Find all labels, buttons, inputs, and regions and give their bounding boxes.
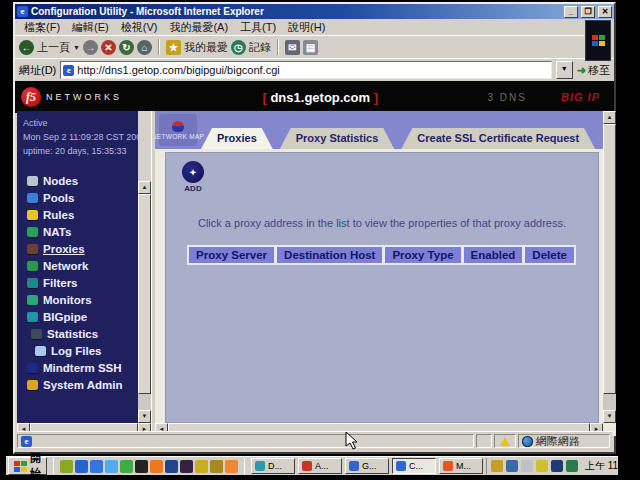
address-input[interactable]: e http://dns1.getop.com/bigipgui/bigconf…: [60, 61, 552, 79]
sidebar-item-nodes[interactable]: Nodes: [17, 172, 138, 189]
forward-button[interactable]: →: [83, 40, 98, 55]
quick-launch: [60, 460, 238, 473]
refresh-button[interactable]: ↻: [119, 40, 134, 55]
quicklaunch-icon[interactable]: [135, 460, 148, 473]
quicklaunch-icon[interactable]: [210, 460, 223, 473]
tray-icon[interactable]: [521, 460, 533, 472]
sidebar-item-proxies[interactable]: Proxies: [17, 240, 138, 257]
sidebar-item-label: Statistics: [47, 328, 98, 340]
quicklaunch-icon[interactable]: [60, 460, 73, 473]
back-button[interactable]: ← 上一頁 ▼: [19, 40, 80, 55]
scroll-up-icon[interactable]: ▲: [138, 181, 151, 194]
back-dropdown-icon[interactable]: ▼: [73, 44, 80, 51]
quicklaunch-icon[interactable]: [105, 460, 118, 473]
quicklaunch-icon[interactable]: [75, 460, 88, 473]
frames-area: Active Mon Sep 2 11:09:28 CST 2002 uptim…: [17, 111, 612, 436]
add-proxy-button[interactable]: ✦ ADD: [180, 161, 206, 193]
menu-help[interactable]: 說明(H): [282, 20, 331, 35]
scroll-up-icon[interactable]: ▲: [603, 111, 616, 124]
close-button[interactable]: ✕: [598, 6, 612, 18]
back-icon: ←: [19, 40, 34, 55]
menu-view[interactable]: 檢視(V): [115, 20, 164, 35]
scrollbar-thumb[interactable]: [138, 194, 151, 394]
home-button[interactable]: ⌂: [137, 40, 152, 55]
stop-button[interactable]: ✕: [101, 40, 116, 55]
sidebar-item-mindterm-ssh[interactable]: Mindterm SSH: [17, 359, 138, 376]
taskbar: 開始 D... A... G... C... M... 上午 11:00: [6, 456, 618, 475]
maximize-button[interactable]: ❐: [581, 6, 595, 18]
status-zone-pane: 網際網路: [518, 434, 610, 448]
quicklaunch-icon[interactable]: [180, 460, 193, 473]
tray-icon[interactable]: [536, 460, 548, 472]
sidebar-item-filters[interactable]: Filters: [17, 274, 138, 291]
menu-favorites[interactable]: 我的最愛(A): [163, 20, 234, 35]
task-button[interactable]: D...: [251, 458, 295, 474]
tray-icon[interactable]: [506, 460, 518, 472]
quicklaunch-icon[interactable]: [90, 460, 103, 473]
f5-banner: f5 NETWORKS [ dns1.getop.com ] 3 DNS BIG…: [15, 81, 614, 113]
column-header-proxy-type: Proxy Type: [383, 245, 462, 265]
task-button-active[interactable]: C...: [392, 458, 436, 474]
column-header-enabled: Enabled: [462, 245, 525, 265]
monitors-icon: [27, 295, 38, 305]
favorites-icon: ★: [166, 40, 181, 55]
scroll-down-icon[interactable]: ▼: [603, 410, 616, 423]
minimize-button[interactable]: _: [564, 6, 578, 18]
tab-proxy-statistics[interactable]: Proxy Statistics: [280, 128, 395, 149]
menu-file[interactable]: 檔案(F): [18, 20, 66, 35]
quicklaunch-icon[interactable]: [120, 460, 133, 473]
tray-icon[interactable]: [566, 460, 578, 472]
menu-edit[interactable]: 編輯(E): [66, 20, 115, 35]
task-button[interactable]: A...: [298, 458, 342, 474]
sidebar-item-pools[interactable]: Pools: [17, 189, 138, 206]
main-vertical-scrollbar[interactable]: ▲ ▼: [603, 111, 616, 423]
history-button[interactable]: ◷ 記錄: [231, 40, 271, 55]
sidebar-frame: Active Mon Sep 2 11:09:28 CST 2002 uptim…: [17, 111, 151, 436]
sidebar-item-network[interactable]: Network: [17, 257, 138, 274]
warning-icon: [500, 437, 510, 446]
menu-tools[interactable]: 工具(T): [234, 20, 282, 35]
quicklaunch-icon[interactable]: [195, 460, 208, 473]
tray-icon[interactable]: [551, 460, 563, 472]
internet-zone-icon: [522, 436, 533, 447]
tab-create-ssl-certificate-request[interactable]: Create SSL Certificate Request: [401, 128, 595, 149]
sidebar-item-monitors[interactable]: Monitors: [17, 291, 138, 308]
task-button[interactable]: G...: [345, 458, 389, 474]
network-icon: [27, 261, 38, 271]
address-dropdown-button[interactable]: ▼: [556, 61, 573, 79]
app-icon: [302, 461, 312, 471]
quicklaunch-icon[interactable]: [165, 460, 178, 473]
quicklaunch-icon[interactable]: [150, 460, 163, 473]
tray-icon[interactable]: [491, 460, 503, 472]
start-button[interactable]: 開始: [8, 457, 47, 475]
task-button[interactable]: M...: [439, 458, 483, 474]
sidebar-vertical-scrollbar[interactable]: ▲ ▼: [138, 181, 151, 423]
statistics-icon: [31, 329, 42, 339]
status-warning-pane: [494, 434, 516, 448]
scroll-down-icon[interactable]: ▼: [138, 410, 151, 423]
toolbar-separator: [277, 39, 279, 55]
sidebar-item-log-files[interactable]: Log Files: [17, 342, 138, 359]
product-bigip-link[interactable]: BIG IP: [561, 91, 600, 103]
browser-window: e Configuration Utility - Microsoft Inte…: [13, 2, 616, 454]
sidebar-item-statistics[interactable]: Statistics: [17, 325, 138, 342]
network-map-label: NETWORK MAP: [155, 133, 204, 140]
history-icon: ◷: [231, 40, 246, 55]
app-icon: [443, 461, 453, 471]
network-map-button[interactable]: NETWORK MAP: [159, 114, 197, 146]
go-button[interactable]: ➜ 移至: [577, 63, 610, 78]
tab-proxies[interactable]: Proxies: [201, 128, 273, 149]
sidebar-item-system-admin[interactable]: System Admin: [17, 376, 138, 393]
favorites-button[interactable]: ★ 我的最愛: [166, 40, 228, 55]
print-button[interactable]: ▤: [303, 40, 318, 55]
host-name: dns1.getop.com: [270, 90, 370, 105]
mail-button[interactable]: ✉: [285, 40, 300, 55]
sidebar-item-bigpipe[interactable]: BIGpipe: [17, 308, 138, 325]
quicklaunch-icon[interactable]: [225, 460, 238, 473]
sidebar-item-nats[interactable]: NATs: [17, 223, 138, 240]
sidebar-item-label: Nodes: [43, 175, 78, 187]
ie-page-icon: e: [21, 436, 32, 447]
product-3dns-link[interactable]: 3 DNS: [488, 92, 527, 103]
scrollbar-thumb[interactable]: [603, 124, 616, 394]
sidebar-item-rules[interactable]: Rules: [17, 206, 138, 223]
